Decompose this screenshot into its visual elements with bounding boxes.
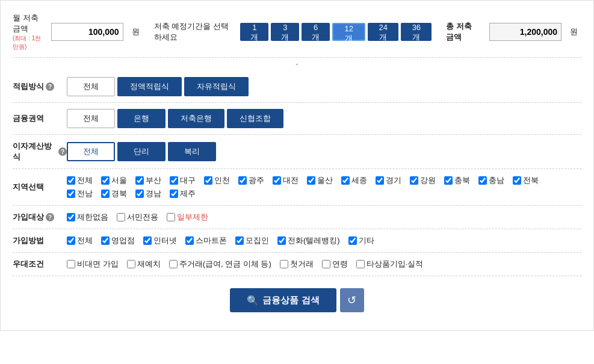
financial-sector-row: 금융권역 전체 은행 저축은행 신협조합 (13, 103, 581, 135)
prefer-check-nonface[interactable]: 비대면 가입 (67, 259, 119, 270)
prefer-check-main-trans[interactable]: 주거래(급여, 연금 이체 등) (169, 259, 271, 270)
region-check-seoul[interactable]: 서울 (101, 175, 127, 186)
period-btn-24[interactable]: 24개월 (368, 23, 398, 41)
interest-method-options: 전체 단리 복리 (67, 142, 581, 161)
region-row2: 전남 경북 경남 제주 (67, 188, 539, 199)
period-btn-3[interactable]: 3개월 (271, 23, 299, 41)
period-btn-36[interactable]: 36개월 (401, 23, 432, 41)
period-btn-12[interactable]: 12개월 (332, 23, 365, 41)
prefer-check-renewal[interactable]: 재예치 (127, 259, 161, 270)
join-method-check-agent[interactable]: 모집인 (235, 235, 269, 246)
main-container: 월 저축 금액 (최대 : 1천만원) 원 저축 예정기간을 선택하세요 1개월… (0, 0, 594, 331)
reset-icon: ↺ (347, 294, 356, 307)
region-checkboxes: 전체 서울 부산 대구 인천 광주 대전 울산 세종 경기 강원 충북 충남 전… (67, 175, 539, 199)
region-label: 지역선택 (13, 182, 67, 193)
period-btn-6[interactable]: 6개월 (302, 23, 330, 41)
prefer-condition-label: 우대조건 (13, 259, 67, 270)
region-check-gangwon[interactable]: 강원 (410, 175, 436, 186)
region-check-gwangju[interactable]: 광주 (238, 175, 264, 186)
region-row: 지역선택 전체 서울 부산 대구 인천 광주 대전 울산 세종 경기 강원 충북… (13, 169, 581, 206)
region-check-chungnam[interactable]: 충남 (478, 175, 504, 186)
saving-method-options: 전체 정액적립식 자유적립식 (67, 77, 581, 96)
prefer-check-other-product[interactable]: 타상품기입·실적 (356, 259, 424, 270)
join-method-check-internet[interactable]: 인터넷 (143, 235, 177, 246)
monthly-label-text: 월 저축 금액 (13, 13, 46, 34)
period-select-label: 저축 예정기간을 선택하세요 (154, 21, 230, 43)
join-method-check-smartphone[interactable]: 스마트폰 (185, 235, 227, 246)
region-check-gyeonggi[interactable]: 경기 (376, 175, 401, 186)
join-method-checkboxes: 전체 영업점 인터넷 스마트폰 모집인 전화(텔레뱅킹) 기타 (67, 235, 581, 246)
interest-method-btn-simple[interactable]: 단리 (117, 142, 166, 161)
region-check-ulsan[interactable]: 울산 (307, 175, 333, 186)
join-method-check-phone[interactable]: 전화(텔레뱅킹) (277, 235, 340, 246)
prefer-check-age[interactable]: 연령 (322, 259, 348, 270)
region-check-daejeon[interactable]: 대전 (273, 175, 299, 186)
financial-sector-btn-savings[interactable]: 저축은행 (168, 109, 224, 128)
join-target-check-partial[interactable]: 일부제한 (167, 212, 208, 223)
join-method-row: 가입방법 전체 영업점 인터넷 스마트폰 모집인 전화(텔레뱅킹) 기타 (13, 229, 581, 253)
interest-method-row: 이자계산방식 ? 전체 단리 복리 (13, 135, 581, 169)
red-dot: · (13, 59, 581, 70)
reset-button[interactable]: ↺ (340, 288, 364, 312)
monthly-sublabel: (최대 : 1천만원) (13, 34, 46, 51)
amount-input[interactable] (51, 23, 123, 41)
search-button-label: 금융상품 검색 (262, 295, 319, 306)
region-check-gyeongbuk[interactable]: 경북 (101, 188, 127, 199)
join-method-check-all[interactable]: 전체 (67, 235, 93, 246)
financial-sector-btn-bank[interactable]: 은행 (117, 109, 166, 128)
region-row1: 전체 서울 부산 대구 인천 광주 대전 울산 세종 경기 강원 충북 충남 전… (67, 175, 539, 186)
financial-sector-options: 전체 은행 저축은행 신협조합 (67, 109, 581, 128)
region-check-jeonnam[interactable]: 전남 (67, 188, 93, 199)
period-btn-1[interactable]: 1개월 (240, 23, 268, 41)
region-check-jeju[interactable]: 제주 (170, 188, 196, 199)
monthly-saving-row: 월 저축 금액 (최대 : 1천만원) 원 저축 예정기간을 선택하세요 1개월… (13, 7, 581, 58)
period-buttons-group: 1개월 3개월 6개월 12개월 24개월 36개월 (240, 23, 432, 41)
join-target-row: 가입대상 ? 제한없음 서민전용 일부제한 (13, 206, 581, 229)
region-check-sejong[interactable]: 세종 (341, 175, 367, 186)
total-input[interactable] (489, 23, 562, 41)
interest-method-btn-compound[interactable]: 복리 (168, 142, 216, 161)
join-target-check-commoner[interactable]: 서민전용 (117, 212, 158, 223)
total-label: 총 저축 금액 (446, 21, 480, 43)
interest-method-label: 이자계산방식 ? (13, 141, 67, 162)
financial-sector-btn-coop[interactable]: 신협조합 (227, 109, 283, 128)
search-area: 🔍 금융상품 검색 ↺ (13, 276, 581, 318)
join-method-check-other[interactable]: 기타 (348, 235, 374, 246)
region-check-daegu[interactable]: 대구 (170, 175, 196, 186)
saving-method-btn-fixed[interactable]: 정액적립식 (117, 77, 182, 96)
search-button[interactable]: 🔍 금융상품 검색 (230, 288, 336, 312)
join-target-help[interactable]: ? (46, 213, 54, 221)
saving-method-btn-all[interactable]: 전체 (67, 77, 115, 96)
region-check-all[interactable]: 전체 (67, 175, 93, 186)
region-check-chungbuk[interactable]: 충북 (444, 175, 470, 186)
region-check-gyeongnam[interactable]: 경남 (135, 188, 161, 199)
saving-method-help[interactable]: ? (46, 82, 54, 91)
interest-method-btn-all[interactable]: 전체 (67, 142, 115, 161)
search-icon: 🔍 (247, 295, 259, 306)
prefer-check-first[interactable]: 첫거래 (280, 259, 314, 270)
prefer-condition-row: 우대조건 비대면 가입 재예치 주거래(급여, 연금 이체 등) 첫거래 연령 … (13, 253, 581, 276)
prefer-condition-checkboxes: 비대면 가입 재예치 주거래(급여, 연금 이체 등) 첫거래 연령 타상품기입… (67, 259, 581, 270)
join-target-check-nolimit[interactable]: 제한없음 (67, 212, 108, 223)
saving-method-row: 적립방식 ? 전체 정액적립식 자유적립식 (13, 71, 581, 103)
region-check-incheon[interactable]: 인천 (204, 175, 230, 186)
financial-sector-label: 금융권역 (13, 113, 67, 124)
financial-sector-btn-all[interactable]: 전체 (67, 109, 115, 128)
monthly-label: 월 저축 금액 (최대 : 1천만원) (13, 13, 46, 51)
join-target-checkboxes: 제한없음 서민전용 일부제한 (67, 212, 581, 223)
amount-unit: 원 (132, 26, 140, 37)
total-unit: 원 (570, 26, 578, 37)
saving-method-btn-free[interactable]: 자유적립식 (184, 77, 249, 96)
join-method-label: 가입방법 (13, 235, 67, 246)
interest-method-help[interactable]: ? (58, 147, 67, 156)
saving-method-label: 적립방식 ? (13, 81, 67, 92)
join-target-label: 가입대상 ? (13, 212, 67, 223)
region-check-jeonbuk[interactable]: 전북 (513, 175, 539, 186)
join-method-check-branch[interactable]: 영업점 (101, 235, 135, 246)
region-check-busan[interactable]: 부산 (135, 175, 161, 186)
